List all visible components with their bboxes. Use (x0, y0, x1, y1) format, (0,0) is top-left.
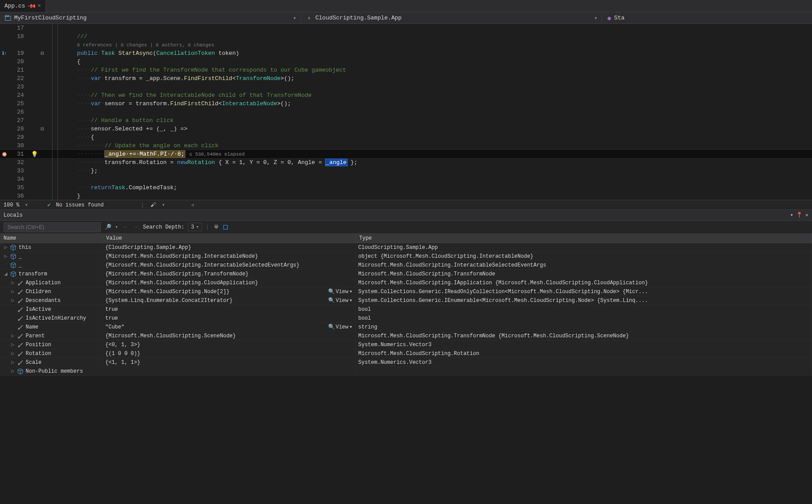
expand-icon[interactable]: ▷ (4, 244, 8, 251)
code-line[interactable]: 17 (0, 24, 812, 32)
member-dropdown[interactable]: ⬨ CloudScripting.Sample.App ▾ (301, 12, 602, 23)
code-line[interactable]: 26 (0, 108, 812, 116)
view-button[interactable]: 🔍 View ▾ (328, 297, 352, 304)
locals-value-cell[interactable] (103, 367, 356, 376)
code-editor[interactable]: 1718/// 0 references | 0 changes | 0 aut… (0, 24, 812, 200)
chevron-down-icon[interactable]: ▾ (115, 224, 118, 230)
locals-value-cell[interactable]: {(1 0 0 0)} (103, 349, 356, 358)
code-line[interactable]: 33····}; (0, 167, 812, 175)
locals-name-cell[interactable]: ▷this (0, 243, 103, 252)
locals-value-cell[interactable]: {Microsoft.Mesh.CloudScripting.Node[2]}🔍… (103, 287, 356, 296)
expand-icon[interactable]: ▷ (11, 368, 15, 374)
filter-icon[interactable]: ⟱ (213, 224, 220, 231)
expand-icon[interactable]: ▷ (11, 288, 15, 295)
arrow-left-icon[interactable]: ◀ (189, 202, 196, 209)
locals-name-cell[interactable]: ▷Position (0, 340, 103, 349)
locals-name-cell[interactable]: ▷Scale (0, 358, 103, 367)
view-button[interactable]: 🔍 View ▾ (328, 324, 352, 330)
file-tab[interactable]: App.cs 📌 × (0, 0, 46, 12)
expand-icon[interactable]: ▷ (4, 253, 8, 260)
locals-value-cell[interactable]: true (103, 305, 356, 314)
locals-value-cell[interactable]: {System.Linq.Enumerable.Concat2Iterator}… (103, 296, 356, 305)
search-box[interactable] (4, 222, 101, 232)
nav-back-icon[interactable]: ← (122, 224, 129, 231)
view-button[interactable]: 🔍 View ▾ (328, 288, 352, 295)
nav-forward-icon[interactable]: → (132, 224, 139, 231)
locals-name-cell[interactable]: ▷_ (0, 252, 103, 261)
code-line[interactable]: 20{ (0, 57, 812, 66)
locals-name-cell[interactable]: ▷Non-Public members (0, 367, 103, 376)
locals-value-cell[interactable]: {Microsoft.Mesh.CloudScripting.SceneNode… (103, 332, 356, 340)
window-position-icon[interactable]: ▾ (790, 212, 793, 218)
project-dropdown[interactable]: MyFirstCloudScripting ▾ (0, 12, 301, 23)
expand-icon[interactable]: ▷ (11, 332, 15, 339)
locals-name-cell[interactable]: ▷Descendants (0, 296, 103, 305)
locals-value-cell[interactable]: {CloudScripting.Sample.App} (103, 243, 356, 252)
locals-value-cell[interactable]: {<1, 1, 1>} (103, 358, 356, 367)
expand-icon[interactable]: ▷ (11, 341, 15, 348)
locals-value-cell[interactable]: {Microsoft.Mesh.CloudScripting.Transform… (103, 270, 356, 279)
code-line[interactable]: 23 (0, 83, 812, 91)
locals-name-cell[interactable]: _ (0, 261, 103, 270)
locals-name-cell[interactable]: Name (0, 323, 103, 332)
var-name: this (19, 244, 31, 251)
col-type[interactable]: Type (356, 234, 812, 243)
wrench-icon (17, 279, 24, 286)
code-line[interactable]: 29····{ (0, 133, 812, 141)
code-line[interactable]: 0 references | 0 changes | 0 authors, 0 … (0, 41, 812, 49)
locals-panel: Locals ▾ 📍 ✕ 🔎 ▾ ← → Search Depth: 3 ▾ |… (0, 210, 812, 376)
locals-name-cell[interactable]: ▷Rotation (0, 349, 103, 358)
locals-value-cell[interactable]: {Microsoft.Mesh.CloudScripting.Interacta… (103, 252, 356, 261)
code-line[interactable]: 32········transform.Rotation = new Rotat… (0, 158, 812, 167)
code-line[interactable]: 24····// Then we find the InteractableNo… (0, 91, 812, 99)
locals-name-cell[interactable]: ▷Parent (0, 332, 103, 340)
pin-icon[interactable]: 📌 (26, 1, 36, 11)
var-name: Non-Public members (26, 368, 83, 374)
code-line[interactable]: 28⊟····sensor.Selected += (_, _) => (0, 125, 812, 133)
code-line[interactable]: 30········// Update the angle on each cl… (0, 141, 812, 150)
code-line[interactable]: 35····return Task.CompletedTask; (0, 183, 812, 192)
code-line[interactable]: 36} (0, 192, 812, 200)
code-line[interactable]: 27····// Handle a button click (0, 116, 812, 125)
expand-icon[interactable]: ▷ (11, 359, 15, 366)
search-input[interactable] (7, 224, 98, 231)
panel-titlebar[interactable]: Locals ▾ 📍 ✕ (0, 210, 812, 221)
locals-value-cell[interactable]: {<0, 1, 3>} (103, 340, 356, 349)
code-line[interactable]: 31💡········_angle·+=·MathF.PI·/·8;≤ 530,… (0, 150, 812, 158)
locals-value-cell[interactable]: {Microsoft.Mesh.CloudScripting.CloudAppl… (103, 279, 356, 287)
expand-icon[interactable]: ▷ (11, 279, 15, 286)
wrench-icon (17, 332, 24, 340)
locals-value-cell[interactable]: true (103, 314, 356, 323)
col-name[interactable]: Name (0, 234, 103, 243)
code-line[interactable]: ℹ↑19⊟public·Task·StartAsync(Cancellation… (0, 49, 812, 57)
brush-icon[interactable]: 🖌 (149, 202, 157, 209)
pin-icon[interactable]: 📍 (796, 212, 803, 218)
code-line[interactable]: 25····var·sensor = transform.FindFirstCh… (0, 99, 812, 108)
search-icon[interactable]: 🔎 (104, 224, 111, 231)
depth-selector[interactable]: 3 ▾ (188, 223, 202, 231)
toggle-button[interactable] (223, 225, 228, 229)
zoom-level[interactable]: 100 % (4, 202, 19, 208)
code-line[interactable]: 21····// First we find the TransformNode… (0, 66, 812, 74)
locals-name-cell[interactable]: ▷Children (0, 287, 103, 296)
code-line[interactable]: 18/// (0, 32, 812, 41)
method-dropdown[interactable]: ◉ Sta (602, 12, 629, 23)
zoom-chevron-icon[interactable]: ▾ (25, 202, 28, 208)
code-line[interactable]: 22····var·transform = _app.Scene.FindFir… (0, 74, 812, 83)
locals-value-cell[interactable]: {Microsoft.Mesh.CloudScripting.Interacta… (103, 261, 356, 270)
locals-name-cell[interactable]: IsActive (0, 305, 103, 314)
expand-icon[interactable]: ▷ (11, 297, 15, 304)
locals-name-cell[interactable]: ▷Application (0, 279, 103, 287)
locals-value-cell[interactable]: "Cube"🔍 View ▾ (103, 323, 356, 332)
chevron-down-icon[interactable]: ▾ (162, 202, 165, 208)
col-value[interactable]: Value (103, 234, 356, 243)
svg-point-3 (3, 153, 6, 156)
locals-name-cell[interactable]: ◢transform (0, 270, 103, 279)
expand-icon[interactable]: ▷ (11, 350, 15, 357)
expand-icon[interactable]: ◢ (4, 271, 8, 277)
close-icon[interactable]: ✕ (805, 212, 808, 218)
close-icon[interactable]: × (38, 3, 41, 9)
locals-name-cell[interactable]: IsActiveInHierarchy (0, 314, 103, 323)
var-name: Position (26, 342, 51, 348)
code-line[interactable]: 34 (0, 175, 812, 183)
